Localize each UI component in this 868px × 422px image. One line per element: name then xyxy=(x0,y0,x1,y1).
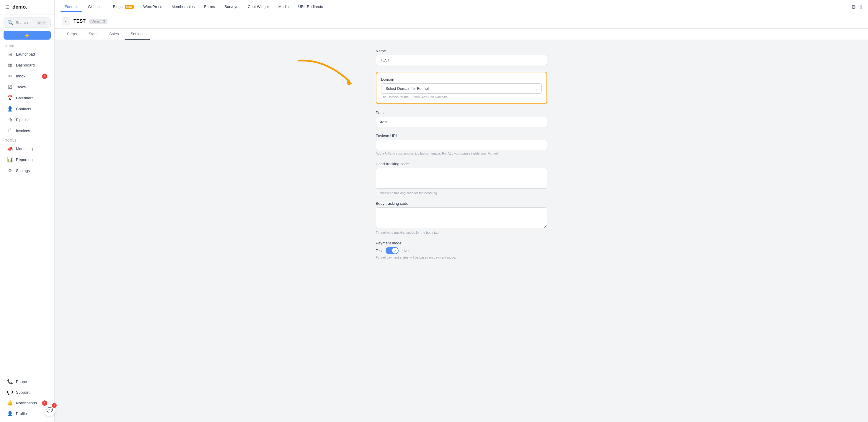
sidebar-item-tasks[interactable]: ☑ Tasks xyxy=(2,82,53,92)
sidebar-item-label: Tasks xyxy=(16,85,26,89)
name-label: Name xyxy=(376,49,547,53)
sidebar-item-label: Launchpad xyxy=(16,52,35,56)
nav-chat-widget[interactable]: Chat Widget xyxy=(244,2,273,12)
sidebar-item-label: Phone xyxy=(16,379,27,384)
payment-mode-label: Payment mode xyxy=(376,241,547,245)
sidebar-item-contacts[interactable]: 👤 Contacts xyxy=(2,104,53,114)
sidebar-item-label: Inbox xyxy=(16,74,25,78)
sidebar-item-calendars[interactable]: 📅 Calendars xyxy=(2,93,53,103)
chat-badge: 4 xyxy=(52,403,57,408)
favicon-hint: Add a URL to your .png or .ico favicon i… xyxy=(376,151,547,155)
sidebar-item-phone[interactable]: 📞 Phone xyxy=(2,376,53,387)
sidebar-item-support[interactable]: 💬 Support xyxy=(2,387,53,397)
nav-surveys[interactable]: Surveys xyxy=(220,2,242,12)
inbox-badge: 1 xyxy=(42,74,47,79)
calendars-icon: 📅 xyxy=(7,95,13,101)
settings-icon: ⚙ xyxy=(7,168,13,173)
sidebar-item-settings[interactable]: ⚙ Settings xyxy=(2,166,53,176)
chat-widget[interactable]: 💬 4 xyxy=(44,404,56,416)
head-tracking-label: Head tracking code xyxy=(376,162,547,166)
dashboard-icon: ▦ xyxy=(7,62,13,68)
logo-text: demo. xyxy=(12,4,27,10)
sidebar-item-dashboard[interactable]: ▦ Dashboard xyxy=(2,60,53,70)
nav-settings-icon[interactable]: ⚙ xyxy=(851,4,856,10)
tabs-bar: Steps Stats Sales Settings xyxy=(55,29,868,40)
payment-test-label: Test xyxy=(376,249,383,253)
nav-media[interactable]: Media xyxy=(274,2,293,12)
domain-select-wrapper: Select Domain for Funnel ⌄ xyxy=(381,83,542,94)
sidebar-item-label: Support xyxy=(16,390,30,395)
sidebar-item-reporting[interactable]: 📊 Reporting xyxy=(2,154,53,165)
nav-url-redirects[interactable]: URL Redirects xyxy=(294,2,327,12)
nav-forms[interactable]: Forms xyxy=(200,2,219,12)
sidebar-item-marketing[interactable]: 📣 Marketing xyxy=(2,144,53,154)
sidebar-item-label: Pipeline xyxy=(16,118,30,122)
form-container: Name Domain Select Domain for Funnel ⌄ T… xyxy=(370,49,553,283)
page-title: TEST xyxy=(73,19,86,24)
inbox-icon: ✉ xyxy=(7,73,13,79)
path-label: Path xyxy=(376,111,547,115)
payment-mode-group: Payment mode Test ✓ Live Funnel payment … xyxy=(376,241,547,259)
payment-mode-toggle[interactable]: ✓ xyxy=(385,247,399,254)
page-header: ‹ TEST Version 2 xyxy=(55,14,868,29)
body-tracking-label: Body tracking code xyxy=(376,201,547,206)
annotation-arrow xyxy=(290,58,373,96)
hamburger-icon[interactable]: ☰ xyxy=(5,4,9,10)
tab-steps[interactable]: Steps xyxy=(62,29,82,39)
nav-websites[interactable]: Websites xyxy=(84,2,107,12)
nav-blogs[interactable]: Blogs New xyxy=(108,2,138,12)
favicon-label: Favicon URL xyxy=(376,134,547,138)
domain-field-group: Domain Select Domain for Funnel ⌄ The Do… xyxy=(376,72,547,104)
path-field-group: Path xyxy=(376,111,547,127)
sidebar-item-label: Invoices xyxy=(16,129,30,133)
tab-sales[interactable]: Sales xyxy=(104,29,124,39)
nav-funnels[interactable]: Funnels xyxy=(61,2,82,12)
head-tracking-group: Head tracking code Funnel wide tracking … xyxy=(376,162,547,195)
nav-memberships[interactable]: Memberships xyxy=(167,2,199,12)
nav-wordpress[interactable]: WordPress xyxy=(139,2,166,12)
sidebar-item-label: Notifications xyxy=(16,401,37,405)
support-icon: 💬 xyxy=(7,390,13,395)
sidebar-item-pipeline[interactable]: ⟰ Pipeline xyxy=(2,115,53,125)
search-bar[interactable]: 🔍 Search ctrl K xyxy=(4,18,51,28)
body-tracking-textarea[interactable] xyxy=(376,207,547,228)
favicon-input[interactable] xyxy=(376,140,547,150)
domain-hint: The Domain for the Funnel -Add/Edit Doma… xyxy=(381,95,542,99)
marketing-icon: 📣 xyxy=(7,146,13,151)
head-tracking-hint: Funnel wide tracking code for the head t… xyxy=(376,191,547,195)
tools-section-label: Tools xyxy=(0,136,54,143)
name-field-group: Name xyxy=(376,49,547,65)
head-tracking-textarea[interactable] xyxy=(376,168,547,189)
reporting-icon: 📊 xyxy=(7,157,13,163)
profile-icon: 👤 xyxy=(7,411,13,416)
blogs-new-badge: New xyxy=(125,5,134,9)
search-icon: 🔍 xyxy=(7,20,13,25)
chat-icon: 💬 xyxy=(46,407,53,414)
apps-section-label: Apps xyxy=(0,41,54,49)
payment-live-label: Live xyxy=(402,249,409,253)
lightning-button[interactable]: ⚡ xyxy=(4,31,51,39)
favicon-field-group: Favicon URL Add a URL to your .png or .i… xyxy=(376,134,547,155)
body-tracking-group: Body tracking code Funnel wide tracking … xyxy=(376,201,547,234)
payment-hint: Funnel payment status will be based on p… xyxy=(376,256,547,259)
sidebar-item-invoices[interactable]: 🗒 Invoices xyxy=(2,125,53,136)
sidebar-item-label: Calendars xyxy=(16,96,33,100)
tab-settings[interactable]: Settings xyxy=(125,29,150,39)
domain-select[interactable]: Select Domain for Funnel xyxy=(381,83,542,94)
sidebar-item-label: Profile xyxy=(16,411,27,416)
sidebar-item-label: Contacts xyxy=(16,107,31,111)
main-content: Funnels Websites Blogs New WordPress Mem… xyxy=(55,0,868,422)
body-tracking-hint: Funnel wide tracking codes for the body … xyxy=(376,231,547,234)
sidebar-item-inbox[interactable]: ✉ Inbox 1 xyxy=(2,71,53,81)
sidebar-item-label: Marketing xyxy=(16,147,33,151)
tab-stats[interactable]: Stats xyxy=(83,29,103,39)
version-badge: Version 2 xyxy=(89,19,107,24)
contacts-icon: 👤 xyxy=(7,106,13,112)
path-input[interactable] xyxy=(376,117,547,127)
sidebar: ☰ demo. 🔍 Search ctrl K ⚡ Apps ⊞ Launchp… xyxy=(0,0,55,422)
sidebar-item-launchpad[interactable]: ⊞ Launchpad xyxy=(2,49,53,59)
back-button[interactable]: ‹ xyxy=(62,17,70,25)
sidebar-item-label: Settings xyxy=(16,168,30,173)
name-input[interactable] xyxy=(376,55,547,65)
nav-info-icon[interactable]: ℹ xyxy=(860,4,862,10)
